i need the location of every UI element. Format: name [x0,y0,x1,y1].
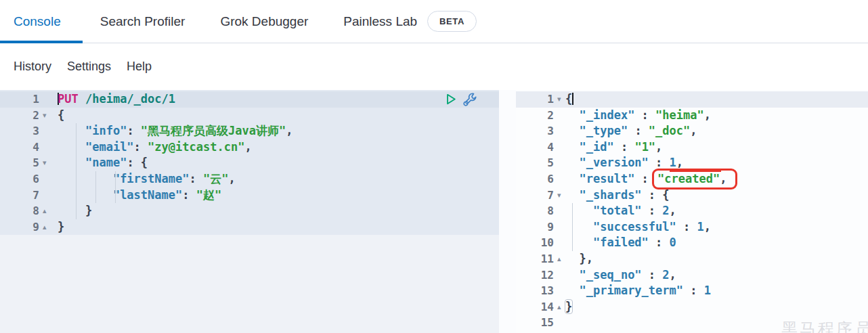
code-content: "email": "zy@itcast.cn", [58,139,499,156]
fold-toggle-icon[interactable]: ▴ [39,203,58,219]
fold-toggle-icon[interactable]: ▴ [554,299,565,315]
line-number: 7 [516,187,554,204]
code-line-1[interactable]: 1PUT /heima/_doc/1 [0,91,499,108]
code-line-12[interactable]: 12 "_seq_no" : 2, [516,267,868,284]
indent-guide [76,139,77,156]
code-content: "_shards" : { [565,187,868,204]
tab-search-profiler[interactable]: Search Profiler [83,0,203,43]
tab-painless-lab[interactable]: Painless Lab BETA [326,0,494,43]
tab-console[interactable]: Console [0,0,83,43]
line-number: 9 [516,219,554,236]
line-number: 2 [0,108,39,124]
code-token: "zy@itcast.cn" [148,140,244,154]
code-line-10[interactable]: 10 "failed" : 0 [516,235,868,251]
code-content: PUT /heima/_doc/1 [58,91,499,108]
code-line-2[interactable]: 2▾{ [0,108,499,124]
code-content: } [58,203,499,219]
code-token [565,220,593,234]
code-token: } [58,220,64,234]
code-content: "total" : 2, [565,203,868,219]
code-line-1[interactable]: 1▾{ [516,91,868,108]
line-number: 1 [0,91,39,108]
line-number: 6 [0,171,39,187]
fold-toggle-icon[interactable]: ▾ [554,91,565,108]
indent-guide [95,171,96,187]
code-line-4[interactable]: 4 "_id" : "1", [516,139,868,156]
code-content: "_index" : "heima", [565,108,868,124]
fold-spacer [554,203,565,219]
code-line-8[interactable]: 8▴ } [0,203,499,219]
menu-item-help[interactable]: Help [127,60,152,74]
fold-spacer [554,219,565,236]
code-token: , [228,172,235,185]
fold-toggle-icon[interactable]: ▾ [554,187,565,204]
code-token: : [182,188,196,202]
code-line-13[interactable]: 13 "_primary_term" : 1 [516,283,868,299]
fold-toggle-icon[interactable]: ▴ [554,251,565,267]
code-token: "firstName" [113,172,190,185]
line-number: 1 [516,91,554,108]
line-number: 4 [516,139,554,156]
code-line-3[interactable]: 3 "_type" : "_doc", [516,123,868,139]
code-token: { [565,92,572,106]
fold-spacer [554,235,565,251]
line-number: 8 [516,203,554,219]
fold-spacer [554,171,565,187]
code-line-3[interactable]: 3 "info": "黑马程序员高级Java讲师", [0,123,499,139]
code-token: "_doc" [649,124,690,137]
tab-grok-debugger[interactable]: Grok Debugger [202,0,326,43]
code-token: : { [127,156,148,169]
code-token [565,108,579,122]
code-token: "name" [85,156,127,169]
code-line-5[interactable]: 5▾ "name": { [0,155,499,171]
code-token [565,236,593,249]
code-line-11[interactable]: 11▴ }, [516,251,868,267]
code-token: 1 [670,156,676,169]
fold-spacer [554,155,565,171]
code-line-4[interactable]: 4 "email": "zy@itcast.cn", [0,139,499,156]
line-number: 12 [516,267,554,284]
code-token: : [134,140,148,154]
code-token: : [683,284,704,297]
code-token: : [127,124,140,137]
code-content: { [565,91,868,108]
response-viewer[interactable]: 1▾{2 "_index" : "heima",3 "_type" : "_do… [516,90,868,333]
code-token: "info" [85,124,127,137]
code-token: 0 [670,236,676,249]
code-line-9[interactable]: 9 "successful" : 1, [516,219,868,236]
code-token: , [720,172,726,185]
code-token: } [565,300,572,313]
code-token: "_id" [579,140,613,154]
tab-label: Console [14,14,61,29]
code-line-7[interactable]: 7▾ "_shards" : { [516,187,868,204]
code-token: PUT [58,92,79,106]
code-line-7[interactable]: 7 "lastName": "赵" [0,187,499,204]
code-token: "created" [657,172,720,185]
indent-guide [572,219,573,236]
code-line-6[interactable]: 6 "result" : "created", [516,171,868,187]
code-line-14[interactable]: 14▴} [516,299,868,315]
code-token [565,156,579,169]
line-number: 5 [0,155,39,171]
line-number: 3 [516,123,554,139]
menu-item-history[interactable]: History [14,60,51,74]
code-token: "_index" [579,108,634,122]
code-token: : [649,156,670,169]
menu-item-settings[interactable]: Settings [67,60,111,74]
code-token: : [642,204,663,217]
pane-splitter[interactable] [499,90,516,333]
request-editor[interactable]: 1PUT /heima/_doc/12▾{3 "info": "黑马程序员高级J… [0,90,499,333]
code-line-9[interactable]: 9▴} [0,219,499,236]
code-line-2[interactable]: 2 "_index" : "heima", [516,108,868,124]
line-number: 4 [0,139,39,156]
code-token [565,204,593,217]
code-line-6[interactable]: 6 "firstName": "云", [0,171,499,187]
code-token: "云" [203,172,228,185]
fold-toggle-icon[interactable]: ▾ [39,108,58,124]
code-line-8[interactable]: 8 "total" : 2, [516,203,868,219]
fold-toggle-icon[interactable]: ▴ [39,219,58,236]
fold-spacer [39,91,58,108]
code-content: } [58,219,499,236]
line-number: 11 [516,251,554,267]
fold-toggle-icon[interactable]: ▾ [39,155,58,171]
